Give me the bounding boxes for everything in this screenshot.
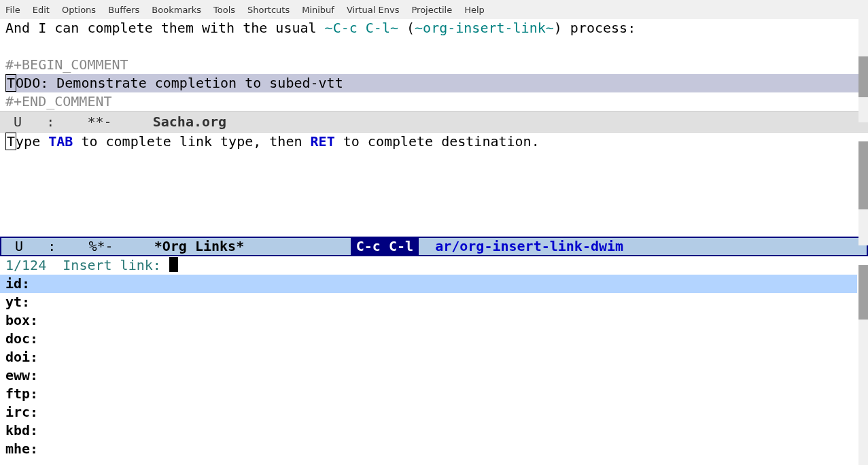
inline-code: ~org-insert-link~ xyxy=(415,20,554,36)
completion-item[interactable]: yt: xyxy=(5,293,863,311)
completion-item[interactable]: kbd: xyxy=(5,421,863,440)
menu-projectile[interactable]: Projectile xyxy=(411,5,452,15)
completion-list[interactable]: id: yt: box: doc: doi: eww: ftp: irc: kb… xyxy=(0,275,868,458)
scrollbar-thumb[interactable] xyxy=(858,265,868,320)
menu-shortcuts[interactable]: Shortcuts xyxy=(247,5,290,15)
scrollbar-thumb[interactable] xyxy=(858,56,868,97)
minibuffer[interactable]: 1/124 Insert link: xyxy=(0,256,868,275)
completion-item[interactable]: doi: xyxy=(5,348,863,366)
menu-minibuf[interactable]: Minibuf xyxy=(302,5,334,15)
completion-item[interactable]: box: xyxy=(5,311,863,330)
inline-code: ~C-c C-l~ xyxy=(325,20,398,36)
mode-line-active: U : %*- *Org Links* C-c C-l ar/org-inser… xyxy=(0,237,868,256)
todo-comment-line: TODO: Demonstrate completion to subed-vt… xyxy=(5,74,863,92)
help-buffer[interactable]: Type TAB to complete link type, then RET… xyxy=(0,133,868,237)
menu-file[interactable]: File xyxy=(5,5,20,15)
menu-virtual-envs[interactable]: Virtual Envs xyxy=(347,5,400,15)
menu-help[interactable]: Help xyxy=(464,5,485,15)
keyword-ret: RET xyxy=(311,133,335,150)
menu-bar: File Edit Options Buffers Bookmarks Tool… xyxy=(0,0,868,19)
org-block-end: #+END_COMMENT xyxy=(5,92,863,111)
menu-buffers[interactable]: Buffers xyxy=(108,5,139,15)
buffer-name: Sacha.org xyxy=(153,114,226,130)
completion-item[interactable]: doc: xyxy=(5,330,863,348)
scrollbar-thumb[interactable] xyxy=(858,141,868,209)
menu-bookmarks[interactable]: Bookmarks xyxy=(152,5,201,15)
org-block-begin: #+BEGIN_COMMENT xyxy=(5,56,863,74)
menu-options[interactable]: Options xyxy=(62,5,96,15)
completion-item[interactable]: ftp: xyxy=(5,385,863,403)
cursor xyxy=(169,257,178,272)
minibuffer-prompt: Insert link: xyxy=(46,257,169,273)
completion-item-selected[interactable]: id: xyxy=(0,275,857,293)
keyword-tab: TAB xyxy=(48,133,73,150)
main-buffer[interactable]: And I can complete them with the usual ~… xyxy=(0,19,868,111)
help-text: Type TAB to complete link type, then RET… xyxy=(5,133,863,151)
completion-item[interactable]: eww: xyxy=(5,366,863,385)
completion-item[interactable]: mhe: xyxy=(5,440,863,458)
completion-item[interactable]: irc: xyxy=(5,403,863,421)
menu-edit[interactable]: Edit xyxy=(33,5,50,15)
mode-line-inactive: U : **- Sacha.org xyxy=(0,111,868,133)
completion-count: 1/124 xyxy=(5,257,46,273)
menu-tools[interactable]: Tools xyxy=(213,5,235,15)
keybinding-label: C-c C-l xyxy=(351,238,419,255)
command-name: ar/org-insert-link-dwim xyxy=(435,238,623,255)
buffer-name: *Org Links* xyxy=(154,238,244,255)
text-line: And I can complete them with the usual ~… xyxy=(5,19,863,37)
